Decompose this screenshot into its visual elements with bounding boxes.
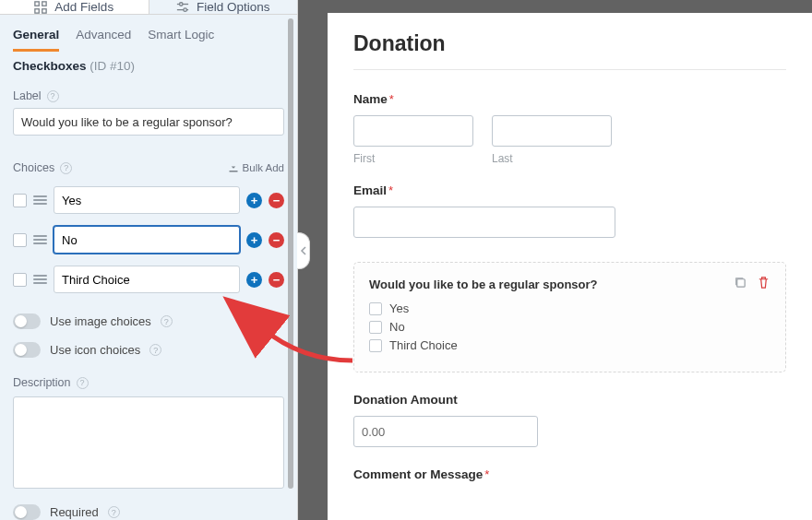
choice-input[interactable] [54, 186, 240, 214]
divider [353, 69, 786, 70]
use-image-label: Use image choices [50, 314, 151, 328]
panel-top-tabs: Add Fields Field Options [0, 0, 297, 15]
use-icon-label: Use icon choices [50, 343, 140, 357]
choice-input[interactable] [54, 226, 240, 254]
svg-rect-0 [35, 1, 39, 5]
panel-sub-tabs: General Advanced Smart Logic [0, 15, 297, 52]
tab-advanced[interactable]: Advanced [76, 22, 131, 52]
use-image-toggle[interactable] [13, 313, 41, 329]
required-label: Required [50, 505, 99, 519]
comment-label: Comment or Message [353, 467, 483, 481]
name-label: Name [353, 92, 388, 106]
choice-row: + − [13, 266, 284, 293]
first-name-input[interactable] [353, 115, 473, 147]
description-input[interactable] [13, 396, 284, 489]
choice-default-checkbox[interactable] [13, 233, 27, 247]
checkbox-icon [369, 321, 382, 334]
choice-row: + − [13, 226, 284, 254]
amount-input[interactable] [353, 416, 538, 447]
add-choice-button[interactable]: + [246, 193, 262, 208]
help-icon[interactable]: ? [161, 315, 173, 327]
tab-field-options[interactable]: Field Options [149, 0, 298, 15]
choice-default-checkbox[interactable] [13, 194, 27, 207]
duplicate-icon[interactable] [734, 276, 747, 292]
checkbox-icon [369, 302, 382, 315]
form-title: Donation [353, 31, 786, 56]
tab-general[interactable]: General [13, 22, 59, 52]
label-text: Label [13, 89, 42, 102]
svg-rect-3 [42, 8, 46, 12]
amount-label: Donation Amount [353, 393, 786, 407]
required-mark: * [388, 183, 393, 197]
use-icon-toggle[interactable] [13, 342, 41, 358]
required-toggle[interactable] [13, 504, 41, 520]
checkbox-option[interactable]: Yes [369, 301, 770, 315]
collapse-panel-button[interactable] [297, 232, 310, 269]
remove-choice-button[interactable]: − [269, 193, 284, 208]
required-mark: * [484, 467, 489, 481]
help-icon[interactable]: ? [60, 162, 72, 174]
choice-default-checkbox[interactable] [13, 273, 27, 287]
checkbox-group-title: Would you like to be a regular sponsor? [369, 278, 598, 291]
checkbox-field-preview[interactable]: Would you like to be a regular sponsor? … [353, 262, 786, 372]
field-type-name: Checkboxes [13, 59, 87, 73]
panel-scrollbar[interactable] [288, 18, 293, 489]
tab-add-fields[interactable]: Add Fields [0, 0, 149, 15]
svg-point-5 [179, 2, 183, 6]
required-mark: * [389, 92, 394, 106]
checkbox-option-label: Third Choice [389, 338, 458, 352]
checkbox-option[interactable]: No [369, 320, 770, 334]
svg-rect-1 [42, 1, 46, 5]
svg-rect-2 [35, 8, 39, 12]
grid-icon [34, 1, 47, 14]
field-id: (ID #10) [90, 59, 135, 73]
email-input[interactable] [353, 207, 615, 238]
choice-row: + − [13, 186, 284, 214]
delete-icon[interactable] [757, 276, 770, 292]
checkbox-option[interactable]: Third Choice [369, 338, 770, 352]
last-name-input[interactable] [492, 115, 612, 147]
bulk-add-button[interactable]: Bulk Add [228, 162, 284, 173]
description-label: Description [13, 376, 71, 389]
drag-handle-icon[interactable] [33, 195, 47, 205]
checkbox-option-label: Yes [389, 301, 409, 315]
svg-point-7 [184, 7, 187, 11]
chevron-left-icon [300, 246, 307, 255]
remove-choice-button[interactable]: − [269, 232, 284, 248]
download-icon [228, 162, 239, 173]
add-choice-button[interactable]: + [246, 232, 262, 248]
add-choice-button[interactable]: + [246, 272, 262, 288]
tab-field-options-label: Field Options [197, 0, 270, 14]
field-label-input[interactable] [13, 108, 284, 136]
drag-handle-icon[interactable] [33, 235, 47, 244]
sliders-icon [176, 1, 189, 14]
tab-add-fields-label: Add Fields [54, 0, 113, 14]
checkbox-option-label: No [389, 320, 405, 334]
last-sublabel: Last [492, 152, 612, 165]
first-sublabel: First [353, 152, 473, 165]
help-icon[interactable]: ? [149, 344, 161, 356]
bulk-add-label: Bulk Add [243, 162, 284, 173]
choices-label: Choices [13, 161, 54, 174]
drag-handle-icon[interactable] [33, 275, 47, 284]
field-options-panel: Add Fields Field Options General Advance… [0, 0, 298, 520]
checkbox-icon [369, 339, 382, 352]
remove-choice-button[interactable]: − [269, 272, 284, 288]
email-label: Email [353, 183, 387, 197]
help-icon[interactable]: ? [47, 90, 59, 102]
svg-rect-8 [737, 279, 745, 287]
field-type-row: Checkboxes (ID #10) [0, 52, 297, 77]
preview-pane: Donation Name* First Last Email* [298, 0, 812, 520]
help-icon[interactable]: ? [108, 506, 120, 518]
choice-input[interactable] [54, 266, 240, 293]
help-icon[interactable]: ? [77, 377, 89, 389]
label-header: Label ? [13, 89, 284, 102]
tab-smart-logic[interactable]: Smart Logic [148, 22, 214, 52]
